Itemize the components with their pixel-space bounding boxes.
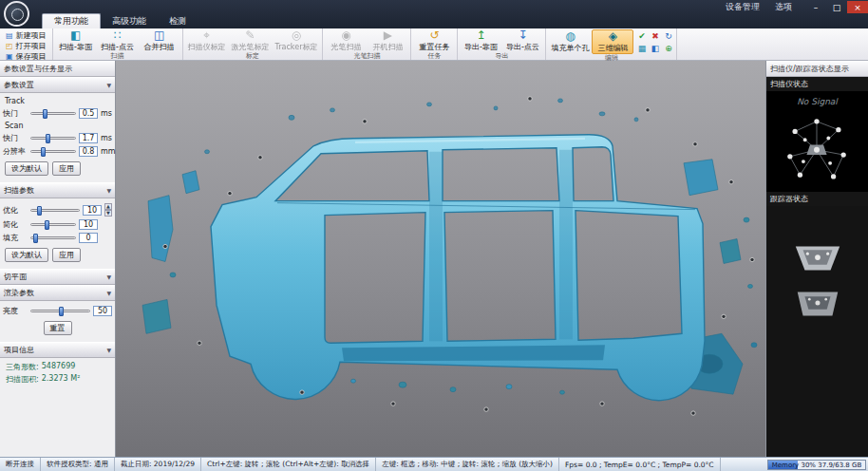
no-signal-label: No Signal xyxy=(766,97,868,106)
simplify-value[interactable]: 10 xyxy=(79,219,98,230)
menu-device-management[interactable]: 设备管理 xyxy=(718,1,767,13)
button-label: 三维编辑 xyxy=(597,43,628,53)
section-header-parameters[interactable]: 参数设置 ▼ xyxy=(0,77,115,93)
status-panel: 扫描仪/跟踪器状态显示 扫描仪状态 No Signal xyxy=(765,61,868,457)
status-panel-title: 扫描仪/跟踪器状态显示 xyxy=(766,61,868,77)
tracker-calibration-button[interactable]: ◎ Tracker标定 xyxy=(273,29,321,52)
section-header-render[interactable]: 渲染参数 ▼ xyxy=(0,285,115,301)
connection-status[interactable]: 断开连接 xyxy=(0,458,41,471)
ribbon-group-pen-scan: ◉ 光笔扫描 ▶ 开机扫描 光笔扫描 xyxy=(323,28,411,60)
open-project-button[interactable]: ◰ 打开项目 xyxy=(4,41,48,51)
power-scan-button[interactable]: ▶ 开机扫描 xyxy=(367,29,408,52)
tracker-status-display xyxy=(766,206,868,457)
save-project-icon: ▣ xyxy=(6,53,13,61)
section-header-scan-params[interactable]: 扫描参数 ▼ xyxy=(0,182,115,198)
undo-icon[interactable]: ↻ xyxy=(662,30,674,42)
scan-shutter-value[interactable]: 1.7 xyxy=(79,133,98,143)
confirm-icon[interactable]: ✔ xyxy=(635,30,648,42)
scanner-calibration-button[interactable]: ⌖ 扫描仪标定 xyxy=(185,29,229,52)
new-project-button[interactable]: ▤ 新建项目 xyxy=(4,30,48,41)
button-label: 开机扫描 xyxy=(372,42,403,52)
button-label: 扫描-靠面 xyxy=(59,42,92,52)
tab-common-functions[interactable]: 常用功能 xyxy=(42,13,101,28)
mesh-edit-icon: ◈ xyxy=(609,30,617,43)
apply-button[interactable]: 应用 xyxy=(52,161,81,176)
export-pointcloud-icon: ↧ xyxy=(518,29,527,42)
button-label: 重置任务 xyxy=(419,42,449,52)
edit-tool-cluster: ✔ ✖ ↻ ▦ ◧ ⊕ xyxy=(635,30,674,54)
scan-area-label: 扫描面积: xyxy=(6,374,39,385)
track-group-label: Track xyxy=(5,97,112,105)
cancel-icon[interactable]: ✖ xyxy=(649,30,661,42)
laser-pen-calibration-icon: ✎ xyxy=(246,29,255,42)
section-header-clip-plane[interactable]: 切平面 ▼ xyxy=(0,269,115,285)
pen-scan-button[interactable]: ◉ 光笔扫描 xyxy=(325,29,367,52)
license-type: 软件授权类型: 通用 xyxy=(41,458,115,471)
section-title: 扫描参数 xyxy=(4,185,34,196)
slider-label: 优化 xyxy=(3,205,28,216)
add-tool-icon[interactable]: ⊕ xyxy=(662,43,674,54)
minimize-button[interactable]: – xyxy=(805,1,826,13)
fill-slider[interactable] xyxy=(30,236,76,239)
section-title: 切平面 xyxy=(4,272,27,282)
button-label: 扫描-点云 xyxy=(101,42,134,52)
resolution-slider[interactable] xyxy=(30,150,76,153)
tab-advanced-functions[interactable]: 高级功能 xyxy=(101,14,158,28)
optimize-slider[interactable] xyxy=(30,209,80,212)
group-label: 扫描 xyxy=(55,52,180,61)
apply-button[interactable]: 应用 xyxy=(52,248,81,262)
scan-pointcloud-button[interactable]: ∷ 扫描-点云 xyxy=(97,29,139,52)
track-shutter-value[interactable]: 0.5 xyxy=(79,108,98,119)
export-surface-button[interactable]: ↥ 导出-靠面 xyxy=(460,29,501,52)
track-shutter-slider[interactable] xyxy=(30,112,76,115)
menu-options[interactable]: 选项 xyxy=(767,1,800,13)
reset-render-button[interactable]: 重置 xyxy=(44,321,72,335)
scan-surface-button[interactable]: ◧ 扫描-靠面 xyxy=(55,29,97,52)
temperature-readout: Fps= 0.0 ; TempE= 0.0°C ; TempP= 0.0°C xyxy=(559,458,721,471)
chevron-down-icon: ▼ xyxy=(106,82,111,88)
viewport-3d[interactable] xyxy=(116,61,765,457)
export-surface-icon: ↥ xyxy=(476,29,485,42)
button-label: 扫描仪标定 xyxy=(188,42,226,52)
mesh-tool-icon[interactable]: ▦ xyxy=(635,43,648,54)
statusbar: 断开连接 软件授权类型: 通用 截止日期: 2019/12/29 Ctrl+左键… xyxy=(0,457,868,471)
ribbon-group-edit: ◍ 填充单个孔 ◈ 三维编辑 ✔ ✖ ↻ ▦ ◧ ⊕ 编辑 xyxy=(546,28,677,60)
laser-pen-calibration-button[interactable]: ✎ 激光笔标定 xyxy=(229,29,273,52)
mouse-hint-2: 左键: 框选 ; 移动: 中键 ; 旋转: 滚轮 ; 缩放 (放大缩小) xyxy=(376,458,559,471)
pen-scan-icon: ◉ xyxy=(341,29,350,42)
resolution-value[interactable]: 0.8 xyxy=(79,146,98,157)
mesh-edit-button[interactable]: ◈ 三维编辑 xyxy=(592,29,633,54)
brightness-value[interactable]: 50 xyxy=(93,306,112,316)
maximize-button[interactable]: □ xyxy=(826,1,847,13)
unit-label: ms xyxy=(101,134,112,142)
titlebar: 设备管理 选项 – □ × 常用功能 高级功能 检测 xyxy=(0,0,868,28)
ribbon-group-scan: ◧ 扫描-靠面 ∷ 扫描-点云 ◫ 合并扫描 扫描 xyxy=(53,28,183,60)
ribbon: ▤ 新建项目 ◰ 打开项目 ▣ 保存项目 项目 ◧ 扫描-靠面 xyxy=(0,28,868,61)
button-label: 填充单个孔 xyxy=(551,43,589,53)
set-default-button[interactable]: 设为默认 xyxy=(5,161,48,176)
set-default-button[interactable]: 设为默认 xyxy=(5,248,48,262)
scan-shutter-slider[interactable] xyxy=(30,137,76,140)
slider-label: 简化 xyxy=(3,219,28,230)
button-label: 导出-点云 xyxy=(506,42,539,52)
tab-inspection[interactable]: 检测 xyxy=(158,14,198,28)
group-label: 任务 xyxy=(413,52,455,61)
reset-task-button[interactable]: ↺ 重置任务 xyxy=(413,29,455,52)
close-button[interactable]: × xyxy=(847,1,868,13)
fill-single-hole-button[interactable]: ◍ 填充单个孔 xyxy=(548,29,592,54)
select-tool-icon[interactable]: ◧ xyxy=(649,43,661,54)
tracker-image-2 xyxy=(790,288,845,320)
section-header-project-info[interactable]: 项目信息 ▼ xyxy=(0,342,115,358)
optimize-value[interactable]: 10 xyxy=(83,205,102,216)
chevron-down-icon: ▼ xyxy=(106,187,111,194)
brightness-slider[interactable] xyxy=(30,310,90,312)
fill-value[interactable]: 0 xyxy=(79,233,98,243)
scan-pointcloud-icon: ∷ xyxy=(114,29,122,42)
parameter-panel: 参数设置与任务显示 参数设置 ▼ Track 快门 0.5 ms Scan 快门… xyxy=(0,61,116,457)
app-logo xyxy=(4,1,29,27)
button-label: 光笔扫描 xyxy=(330,42,361,52)
export-pointcloud-button[interactable]: ↧ 导出-点云 xyxy=(501,29,543,52)
optimize-spinner[interactable]: ▲▼ xyxy=(104,203,112,217)
merge-scan-button[interactable]: ◫ 合并扫描 xyxy=(139,29,180,52)
simplify-slider[interactable] xyxy=(30,223,76,226)
